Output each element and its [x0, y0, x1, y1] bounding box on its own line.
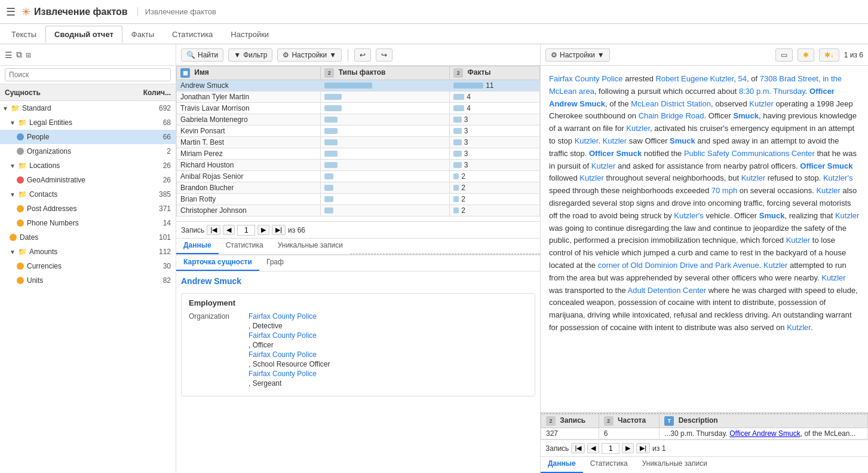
link-kutzler-10[interactable]: Kutzler — [786, 236, 810, 245]
pg-first[interactable]: |◀ — [207, 225, 220, 235]
link-fairfax[interactable]: Fairfax County Police — [549, 74, 623, 83]
menu-icon[interactable]: ☰ — [6, 5, 16, 19]
tree-item-contacts[interactable]: ▼ 📁 Contacts 385 — [0, 187, 176, 202]
right-subtab-stats[interactable]: Статистика — [583, 457, 635, 473]
link-kutzler-13[interactable]: Kutzler — [787, 323, 811, 332]
tree-item-amounts[interactable]: ▼ 📁 Amounts 112 — [0, 245, 176, 259]
table-row[interactable]: Jonathan Tyler Martin4 — [177, 91, 540, 103]
right-pg-next[interactable]: ▶ — [622, 443, 634, 453]
tree-item-geo[interactable]: GeoAdministrative 26 — [0, 173, 176, 187]
table-row[interactable]: Anibal Rojas Senior2 — [177, 171, 540, 182]
link-kutzler-poss[interactable]: Kutzler's — [823, 173, 852, 182]
table-row[interactable]: Christopher Johnson2 — [177, 205, 540, 216]
link-smuck-5[interactable]: Officer Smuck — [800, 161, 852, 170]
sidebar-copy-icon[interactable]: ⧉ — [16, 50, 22, 60]
tree-item-legal[interactable]: ▼ 📁 Legal Entities 68 — [0, 115, 176, 130]
entity-subtab-graph[interactable]: Граф — [259, 255, 291, 271]
tree-item-orgs[interactable]: Organizations 2 — [0, 144, 176, 158]
tree-item-post[interactable]: Post Addresses 371 — [0, 202, 176, 216]
pg-last[interactable]: ▶| — [272, 225, 286, 235]
pg-prev[interactable]: ◀ — [223, 225, 235, 235]
right-pg-last[interactable]: ▶| — [636, 443, 650, 453]
tab-texts[interactable]: Тексты — [2, 26, 45, 42]
right-pg-first[interactable]: |◀ — [571, 443, 585, 453]
subtab-unique[interactable]: Уникальные записи — [271, 239, 350, 254]
right-pg-input[interactable] — [602, 443, 619, 454]
subtab-stats[interactable]: Статистика — [219, 239, 271, 254]
table-row[interactable]: Miriam Perez3 — [177, 148, 540, 160]
tree-item-phone[interactable]: Phone Numbers 14 — [0, 216, 176, 230]
tree-item-dates[interactable]: Dates 101 — [0, 230, 176, 245]
org-link-3[interactable]: Fairfax County Police — [249, 350, 330, 359]
table-row[interactable]: Andrew Smuck11 — [177, 80, 540, 91]
link-smuck-3[interactable]: Smuck — [670, 136, 695, 145]
link-kutzler-5[interactable]: Kutzler — [591, 161, 615, 170]
entity-name[interactable]: Andrew Smuck — [181, 276, 535, 286]
table-row[interactable]: Brian Rotty2 — [177, 194, 540, 205]
pg-next[interactable]: ▶ — [257, 225, 269, 235]
link-kutzler-9[interactable]: Kutzler — [835, 211, 859, 220]
table-row[interactable]: Martin T. Best3 — [177, 137, 540, 148]
link-chain[interactable]: Chain Bridge Road — [639, 111, 704, 120]
rbt-link-smuck[interactable]: Officer Andrew Smuck — [729, 429, 800, 438]
table-row[interactable]: Kevin Ponsart3 — [177, 126, 540, 137]
rbt-col-record[interactable]: 2 Запись — [541, 414, 599, 428]
link-smuck-4[interactable]: Officer Smuck — [589, 149, 642, 158]
link-pscc[interactable]: Public Safety Communications Center — [684, 149, 815, 158]
tree-item-people[interactable]: People 66 — [0, 130, 176, 144]
org-link-1[interactable]: Fairfax County Police — [249, 312, 330, 321]
link-speed[interactable]: 70 mph — [711, 186, 737, 195]
org-link-2[interactable]: Fairfax County Police — [249, 331, 330, 340]
table-row[interactable]: Travis Lavar Morrison4 — [177, 103, 540, 114]
tab-stats[interactable]: Статистика — [163, 26, 222, 42]
table-row[interactable]: Gabriela Montenegro3 — [177, 114, 540, 126]
link-kutzler-11[interactable]: Kutzler — [763, 261, 787, 270]
link-smuck-6[interactable]: Smuck — [759, 211, 785, 220]
settings-button[interactable]: ⚙ Настройки ▼ — [277, 48, 342, 62]
table-row[interactable]: Richard Houston3 — [177, 160, 540, 171]
undo-button[interactable]: ↩ — [354, 48, 371, 62]
link-mclean[interactable]: McLean District Station — [631, 99, 711, 108]
tree-item-locations[interactable]: ▼ 📁 Locations 26 — [0, 158, 176, 173]
tab-settings[interactable]: Настройки — [222, 26, 278, 42]
highlight-btn1[interactable]: ✱ — [798, 48, 814, 62]
search-input[interactable] — [5, 68, 171, 81]
view-toggle-btn[interactable]: ▭ — [775, 48, 793, 62]
link-smuck-2[interactable]: Smuck — [733, 111, 759, 120]
link-kutzler-4[interactable]: Kutzler — [603, 136, 627, 145]
rbt-col-desc[interactable]: T Description — [660, 414, 868, 428]
rbt-col-freq[interactable]: 2 Частота — [599, 414, 660, 428]
col-fact-types[interactable]: 2 Типы фактов — [321, 66, 450, 80]
link-adc[interactable]: Adult Detention Center — [628, 286, 707, 295]
tree-item-currencies[interactable]: Currencies 30 — [0, 259, 176, 273]
link-kutzler-8[interactable]: Kutzler — [816, 186, 840, 195]
right-pg-prev[interactable]: ◀ — [587, 443, 599, 453]
redo-button[interactable]: ↪ — [376, 48, 392, 62]
col-facts[interactable]: 2 Факты — [450, 66, 540, 80]
link-kutzler-full[interactable]: Robert Eugene Kutzler — [655, 74, 734, 83]
tree-item-standard[interactable]: ▼ 📁 Standard 692 — [0, 101, 176, 115]
tab-facts[interactable]: Факты — [122, 26, 163, 42]
link-kutzler-veh[interactable]: Kutzler's — [674, 211, 703, 220]
entity-subtab-card[interactable]: Карточка сущности — [176, 255, 259, 271]
link-kutzler-3[interactable]: Kutzler — [575, 136, 599, 145]
link-kutzler-6[interactable]: Kutzler — [579, 173, 603, 182]
subtab-data[interactable]: Данные — [176, 239, 219, 254]
table-row[interactable]: Brandon Blucher2 — [177, 182, 540, 194]
tab-summary[interactable]: Сводный отчет — [45, 26, 122, 42]
sidebar-paste-icon[interactable]: ⧆ — [26, 50, 31, 60]
find-button[interactable]: 🔍 Найти — [181, 48, 223, 62]
right-settings-btn[interactable]: ⚙ Настройки ▼ — [545, 48, 610, 62]
col-name[interactable]: ▦ Имя — [177, 66, 321, 80]
filter-button[interactable]: ▼ Фильтр — [228, 48, 272, 62]
sidebar-list-icon[interactable]: ☰ — [5, 50, 13, 60]
link-corner[interactable]: corner of Old Dominion Drive and Park Av… — [598, 261, 759, 270]
right-subtab-unique[interactable]: Уникальные записи — [635, 457, 714, 473]
right-subtab-data[interactable]: Данные — [541, 457, 583, 473]
link-time[interactable]: 8:30 p.m. Thursday — [739, 87, 805, 96]
org-link-4[interactable]: Fairfax County Police — [249, 370, 330, 378]
link-kutzler-12[interactable]: Kutzler — [821, 273, 845, 282]
tree-item-units[interactable]: Units 82 — [0, 273, 176, 288]
highlight-btn2[interactable]: ✱↓ — [819, 48, 839, 62]
link-kutzler-2[interactable]: Kutzler — [626, 124, 650, 133]
